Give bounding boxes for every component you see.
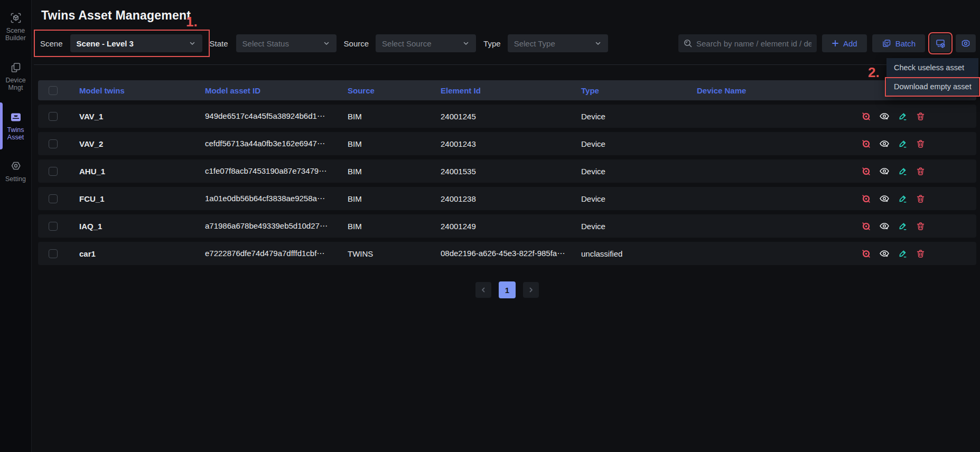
delete-trash-icon[interactable] (916, 194, 926, 204)
locate-icon[interactable] (861, 249, 871, 259)
preview-eye-icon[interactable] (879, 138, 890, 149)
edit-pencil-icon[interactable] (898, 139, 908, 149)
cell-model-asset-id: 1a01e0db56b64cf3838ae9258a⋯ (193, 194, 336, 203)
device-icon (10, 61, 22, 74)
edit-pencil-icon[interactable] (898, 249, 908, 259)
source-filter-label: Source (344, 39, 369, 48)
row-checkbox[interactable] (49, 167, 58, 176)
table-row: VAV_1 949de6517c4a45f5a38924b6d1⋯ BIM 24… (38, 105, 976, 128)
locate-icon[interactable] (861, 139, 871, 149)
sidebar-item-label: Setting (5, 175, 26, 183)
sidebar-item-label: Scene Builder (1, 27, 30, 42)
delete-trash-icon[interactable] (916, 111, 926, 121)
row-checkbox[interactable] (49, 139, 58, 148)
type-select[interactable]: Select Type (508, 34, 608, 52)
cell-source: BIM (336, 139, 429, 148)
sidebar-item-scene-builder[interactable]: Scene Builder (0, 6, 31, 48)
batch-button-label: Batch (895, 39, 916, 48)
table-settings-button[interactable] (956, 34, 976, 52)
edit-pencil-icon[interactable] (898, 111, 908, 121)
cell-source: BIM (336, 112, 429, 121)
preview-eye-icon[interactable] (879, 193, 890, 204)
add-button-label: Add (843, 39, 857, 48)
state-select[interactable]: Select Status (236, 34, 337, 52)
batch-icon (882, 39, 891, 48)
type-filter: Type Select Type (483, 34, 608, 52)
column-header-device-name[interactable]: Device Name (685, 86, 839, 95)
select-all-checkbox[interactable] (49, 86, 58, 95)
cell-model-twins: AHU_1 (68, 167, 193, 176)
cell-element-id: 08de2196-a626-45e3-822f-985fa⋯ (429, 249, 570, 258)
search-input[interactable] (678, 34, 817, 52)
preview-eye-icon[interactable] (879, 111, 890, 121)
cell-source: TWINS (336, 249, 429, 258)
delete-trash-icon[interactable] (916, 249, 926, 259)
scene-select[interactable]: Scene - Level 3 (70, 34, 202, 52)
cell-source: BIM (336, 167, 429, 176)
chevron-right-icon (528, 287, 534, 293)
row-checkbox[interactable] (49, 222, 58, 231)
annotation-step-2: 2. (868, 64, 880, 81)
sidebar: Scene Builder Device Mngt Twins Asset (0, 0, 32, 452)
row-checkbox[interactable] (49, 112, 58, 121)
column-header-type[interactable]: Type (570, 86, 685, 95)
row-checkbox[interactable] (49, 249, 58, 258)
cell-model-twins: IAQ_1 (68, 222, 193, 231)
source-select[interactable]: Select Source (376, 34, 476, 52)
menu-item-download-empty-asset[interactable]: Download empty asset (886, 77, 978, 96)
column-header-model-twins[interactable]: Model twins (68, 86, 193, 95)
cell-model-asset-id: cefdf56713a44a0fb3e162e6947⋯ (193, 139, 336, 148)
table-row: VAV_2 cefdf56713a44a0fb3e162e6947⋯ BIM 2… (38, 132, 976, 155)
cell-type: Device (570, 139, 685, 148)
locate-icon[interactable] (861, 111, 871, 121)
table-row: IAQ_1 a71986a678be49339eb5d10d27⋯ BIM 24… (38, 214, 976, 238)
cell-model-twins: FCU_1 (68, 194, 193, 203)
cell-model-twins: car1 (68, 249, 193, 258)
sidebar-item-label: Twins Asset (1, 126, 30, 142)
cell-element-id: 24001238 (429, 194, 570, 203)
next-page-button[interactable] (523, 282, 539, 298)
table-body: VAV_1 949de6517c4a45f5a38924b6d1⋯ BIM 24… (38, 105, 976, 265)
delete-trash-icon[interactable] (916, 139, 926, 149)
empty-asset-button[interactable] (930, 34, 950, 52)
active-indicator (0, 102, 3, 150)
locate-icon[interactable] (861, 194, 871, 204)
scene-filter-label: Scene (40, 39, 63, 48)
sidebar-item-device-mngt[interactable]: Device Mngt (0, 56, 31, 97)
cell-model-asset-id: a71986a678be49339eb5d10d27⋯ (193, 221, 336, 231)
add-button[interactable]: Add (822, 34, 867, 52)
scene-filter-highlight-box: Scene Scene - Level 3 (34, 30, 210, 57)
column-header-element-id[interactable]: Element Id (429, 86, 570, 95)
chevron-left-icon (480, 287, 487, 293)
preview-eye-icon[interactable] (879, 166, 890, 176)
locate-icon[interactable] (861, 221, 871, 231)
sidebar-item-label: Device Mngt (1, 77, 30, 92)
edit-pencil-icon[interactable] (898, 166, 908, 176)
row-checkbox[interactable] (49, 194, 58, 203)
preview-eye-icon[interactable] (879, 221, 890, 231)
edit-pencil-icon[interactable] (898, 194, 908, 204)
cell-element-id: 24001249 (429, 222, 570, 231)
cell-element-id: 24001245 (429, 112, 570, 121)
column-header-model-asset-id[interactable]: Model asset ID (193, 86, 336, 95)
column-header-source[interactable]: Source (336, 86, 429, 95)
delete-trash-icon[interactable] (916, 221, 926, 231)
type-select-placeholder: Select Type (514, 39, 555, 48)
state-filter-label: State (210, 39, 228, 48)
sidebar-item-twins-asset[interactable]: Twins Asset (0, 106, 31, 147)
source-select-placeholder: Select Source (382, 39, 431, 48)
cell-element-id: 24001535 (429, 167, 570, 176)
preview-eye-icon[interactable] (879, 248, 890, 259)
menu-item-label: Download empty asset (894, 82, 972, 91)
device-cube-icon (935, 38, 946, 49)
sidebar-item-setting[interactable]: Setting (0, 155, 31, 188)
delete-trash-icon[interactable] (916, 166, 926, 176)
cell-model-asset-id: e7222876dfe74d479a7dfffd1cbf⋯ (193, 249, 336, 258)
locate-icon[interactable] (861, 166, 871, 176)
prev-page-button[interactable] (475, 282, 491, 298)
menu-item-check-useless-asset[interactable]: Check useless asset (886, 58, 978, 77)
batch-button[interactable]: Batch (872, 34, 925, 52)
current-page-button[interactable]: 1 (499, 281, 516, 298)
edit-pencil-icon[interactable] (898, 221, 908, 231)
chevron-down-icon (189, 40, 196, 47)
